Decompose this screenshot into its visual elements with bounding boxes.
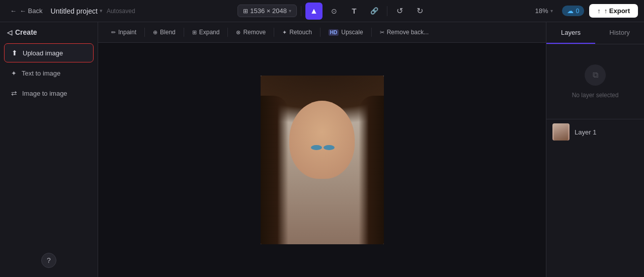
upload-image-icon: ⬆ — [12, 49, 18, 57]
inpaint-icon: ✏ — [111, 29, 116, 36]
history-tab-label: History — [609, 29, 629, 36]
help-button[interactable]: ? — [41, 253, 56, 268]
portrait-eye-left — [324, 145, 335, 150]
export-label: ↑ Export — [604, 7, 630, 15]
select-tool-button[interactable]: ▲ — [305, 3, 323, 20]
toolbar-divider-3 — [227, 28, 228, 37]
undo-button[interactable]: ↺ — [391, 3, 409, 20]
blend-button[interactable]: ⊕ Blend — [148, 26, 181, 38]
layers-content: ⧉ No layer selected Layer 1 — [546, 44, 644, 277]
lasso-tool-icon: ⊙ — [331, 7, 337, 15]
create-icon: ◁ — [7, 29, 12, 36]
remove-back-button[interactable]: ✂ Remove back... — [375, 26, 434, 38]
sidebar-item-text-to-image[interactable]: ✦ Text to image — [4, 64, 94, 82]
right-panel-tabs: Layers History — [546, 22, 644, 44]
layer-name: Layer 1 — [575, 128, 596, 136]
remove-label: Remove — [243, 29, 266, 36]
tab-layers[interactable]: Layers — [546, 22, 595, 44]
back-label: ← Back — [20, 7, 43, 15]
layers-tab-label: Layers — [561, 29, 581, 36]
canvas-viewport[interactable] — [98, 43, 546, 277]
header-right: 18% ▾ ☁ 0 ↑ ↑ Export — [531, 4, 638, 18]
toolbar-divider-5 — [320, 28, 320, 37]
project-name-text: Untitled project — [51, 7, 98, 15]
toolbar-divider-1 — [144, 28, 145, 37]
portrait-hair-left — [261, 96, 288, 244]
header-center: ⊞ 1536 × 2048 ▾ ▲ ⊙ T 🔗 ↺ ↻ — [139, 3, 527, 20]
layers-placeholder-icon: ⧉ — [593, 71, 598, 80]
help-icon: ? — [47, 256, 51, 264]
portrait-eye-right — [311, 145, 322, 150]
right-panel: Layers History ⧉ No layer selected Layer… — [546, 22, 644, 277]
canvas-toolbar: ✏ Inpaint ⊕ Blend ⊞ Expand ⊗ Remove ✦ Re… — [98, 22, 546, 43]
tool-divider-1 — [301, 6, 301, 16]
inpaint-button[interactable]: ✏ Inpaint — [106, 26, 141, 38]
cloud-count: 0 — [576, 8, 580, 15]
tool-divider-2 — [387, 6, 387, 16]
project-name[interactable]: Untitled project ▾ — [51, 7, 103, 15]
zoom-control[interactable]: 18% ▾ — [531, 5, 556, 17]
tab-history[interactable]: History — [595, 22, 644, 44]
sidebar-item-image-to-image[interactable]: ⇄ Image to image — [4, 84, 94, 102]
autosaved-label: Autosaved — [107, 8, 135, 15]
expand-label: Expand — [199, 29, 220, 36]
canvas-area: ✏ Inpaint ⊕ Blend ⊞ Expand ⊗ Remove ✦ Re… — [98, 22, 546, 277]
image-to-image-icon: ⇄ — [11, 89, 17, 97]
sidebar-item-upload-image[interactable]: ⬆ Upload image — [4, 43, 94, 62]
text-to-image-icon: ✦ — [11, 70, 17, 77]
project-chevron-icon: ▾ — [100, 8, 103, 14]
text-tool-button[interactable]: T — [346, 3, 363, 20]
zoom-chevron-icon: ▾ — [550, 8, 553, 14]
retouch-button[interactable]: ✦ Retouch — [277, 26, 317, 38]
no-layer-section: ⧉ No layer selected — [562, 44, 629, 119]
header-left: ← ← Back Untitled project ▾ Autosaved — [6, 5, 135, 17]
blend-icon: ⊕ — [153, 29, 157, 36]
upscale-button[interactable]: HD Upscale — [324, 26, 368, 38]
sidebar-footer: ? — [0, 249, 98, 272]
select-tool-icon: ▲ — [310, 7, 318, 16]
remove-icon: ⊗ — [236, 29, 240, 36]
zoom-value: 18% — [535, 7, 548, 15]
expand-button[interactable]: ⊞ Expand — [187, 26, 225, 38]
dimensions-text: 1536 × 2048 — [250, 7, 287, 15]
upload-image-label: Upload image — [23, 49, 63, 57]
sidebar-header: ◁ Create — [0, 22, 98, 42]
export-icon: ↑ — [597, 7, 601, 15]
redo-button[interactable]: ↻ — [412, 3, 429, 20]
toolbar-divider-6 — [371, 28, 372, 37]
no-layer-text: No layer selected — [572, 92, 619, 99]
upscale-label: Upscale — [341, 29, 363, 36]
back-button[interactable]: ← ← Back — [6, 5, 47, 17]
text-tool-icon: T — [352, 7, 356, 15]
blend-label: Blend — [160, 29, 176, 36]
redo-icon: ↻ — [417, 6, 423, 16]
pen-tool-icon: 🔗 — [370, 7, 378, 15]
export-button[interactable]: ↑ ↑ Export — [589, 4, 638, 18]
cloud-icon: ☁ — [567, 7, 574, 15]
portrait-face — [289, 101, 355, 179]
dimension-chevron-icon: ▾ — [289, 8, 291, 14]
dimension-selector[interactable]: ⊞ 1536 × 2048 ▾ — [237, 5, 297, 17]
main-body: ◁ Create ⬆ Upload image ✦ Text to image … — [0, 22, 644, 277]
dimension-icon: ⊞ — [243, 8, 248, 15]
image-to-image-label: Image to image — [22, 90, 67, 97]
cloud-sync-badge[interactable]: ☁ 0 — [562, 6, 585, 16]
remove-back-icon: ✂ — [380, 29, 384, 36]
undo-icon: ↺ — [396, 6, 403, 16]
layer-row[interactable]: Layer 1 — [546, 119, 644, 145]
text-to-image-label: Text to image — [22, 70, 60, 77]
remove-button[interactable]: ⊗ Remove — [231, 26, 271, 38]
upscale-badge: HD — [329, 29, 339, 36]
pen-tool-button[interactable]: 🔗 — [366, 3, 383, 20]
sidebar-header-label: Create — [15, 28, 37, 36]
sidebar: ◁ Create ⬆ Upload image ✦ Text to image … — [0, 22, 98, 277]
retouch-label: Retouch — [289, 29, 312, 36]
layer-thumb-inner — [554, 123, 568, 141]
canvas-image — [261, 76, 384, 244]
back-arrow-icon: ← — [10, 7, 17, 15]
toolbar-divider-4 — [274, 28, 274, 37]
lasso-tool-button[interactable]: ⊙ — [326, 3, 343, 20]
toolbar-divider-2 — [184, 28, 184, 37]
inpaint-label: Inpaint — [118, 29, 136, 36]
expand-icon: ⊞ — [192, 29, 197, 36]
